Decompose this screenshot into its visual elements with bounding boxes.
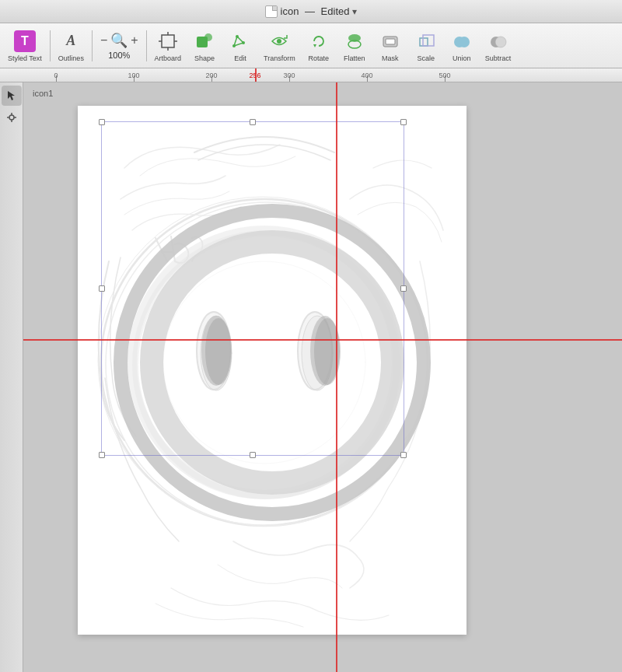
- artboard-label: Artboard: [155, 54, 182, 62]
- union-svg-icon: [451, 30, 473, 52]
- zoom-value-label: 100%: [108, 51, 130, 60]
- ruler-canvas: 0100200256300400500: [56, 68, 622, 82]
- styled-text-tool[interactable]: T Styled Text: [3, 26, 47, 65]
- flatten-label: Flatten: [344, 54, 365, 62]
- toolbar-divider-1: [50, 30, 51, 61]
- flatten-svg-icon: [344, 30, 365, 52]
- svg-point-8: [242, 41, 245, 44]
- zoom-row: − 🔍 +: [100, 32, 138, 49]
- toolbar-divider-2: [92, 30, 93, 61]
- styled-text-icon: T: [13, 30, 37, 53]
- mask-svg-icon: [379, 30, 401, 52]
- scale-label: Scale: [418, 54, 435, 62]
- svg-point-29: [106, 202, 428, 526]
- svg-marker-22: [8, 91, 15, 100]
- svg-point-34: [201, 316, 232, 390]
- ruler-red-line: [255, 68, 257, 82]
- outlines-tool[interactable]: A Outlines: [54, 26, 89, 65]
- main-area: icon1: [0, 82, 622, 672]
- left-toolbar: [0, 82, 23, 672]
- outlines-A: A: [66, 33, 75, 49]
- styled-text-T: T: [14, 30, 36, 52]
- canvas-area[interactable]: icon1: [23, 82, 622, 672]
- ruler-label-400: 400: [361, 72, 372, 79]
- pointer-icon: [6, 90, 17, 101]
- svg-rect-16: [420, 38, 428, 46]
- svg-point-33: [197, 312, 231, 390]
- title-separator: —: [302, 5, 317, 17]
- document-icon: [265, 5, 278, 18]
- sketch-layer: [78, 106, 466, 635]
- title-bar-title: icon — Edited ▾: [265, 5, 358, 18]
- svg-point-10: [277, 39, 281, 44]
- ruler-label-500: 500: [439, 72, 450, 79]
- svg-rect-17: [423, 35, 434, 46]
- title-edited: Edited: [321, 5, 350, 17]
- pen-icon: [6, 112, 17, 123]
- transform-icon: [267, 30, 291, 53]
- svg-point-43: [314, 318, 341, 385]
- outlines-icon: A: [59, 30, 82, 53]
- zoom-plus-button[interactable]: +: [131, 34, 138, 47]
- svg-point-37: [163, 261, 365, 464]
- edit-svg-icon: [229, 30, 251, 52]
- rotate-tool[interactable]: Rotate: [302, 26, 336, 65]
- svg-point-31: [132, 230, 397, 495]
- subtract-icon: [487, 30, 510, 53]
- shape-svg-icon: [194, 30, 215, 52]
- svg-point-32: [135, 233, 397, 496]
- pointer-tool[interactable]: [2, 86, 22, 106]
- ruler-label-200: 200: [205, 72, 217, 79]
- subtract-tool[interactable]: Subtract: [480, 26, 516, 65]
- transform-tool[interactable]: Transform: [259, 26, 300, 65]
- union-icon: [450, 30, 473, 53]
- subtract-label: Subtract: [485, 54, 512, 62]
- union-label: Union: [453, 54, 471, 62]
- flatten-icon: [343, 30, 366, 53]
- rotate-icon: [307, 30, 330, 53]
- svg-point-23: [9, 115, 14, 120]
- union-tool[interactable]: Union: [445, 26, 479, 65]
- artboard-label-text: icon1: [33, 89, 53, 98]
- styled-text-label: Styled Text: [8, 54, 42, 62]
- ruler-label-300: 300: [283, 72, 295, 79]
- svg-rect-15: [386, 39, 395, 44]
- artboard-svg-icon: [157, 30, 179, 52]
- artboard-icon: [156, 30, 180, 53]
- edit-tool[interactable]: Edit: [223, 26, 257, 65]
- svg-rect-0: [162, 35, 174, 47]
- svg-point-38: [121, 211, 424, 514]
- artboard-tool[interactable]: Artboard: [150, 26, 187, 65]
- svg-point-41: [205, 318, 232, 385]
- artboard-surface[interactable]: [78, 106, 466, 635]
- shape-tool[interactable]: Shape: [187, 26, 222, 65]
- title-dropdown-arrow[interactable]: ▾: [352, 6, 357, 17]
- title-bar: icon — Edited ▾: [0, 0, 622, 23]
- svg-point-19: [459, 37, 470, 47]
- ruler-label-0: 0: [54, 72, 58, 79]
- title-text: icon: [281, 5, 299, 17]
- transform-label: Transform: [264, 54, 295, 62]
- zoom-minus-button[interactable]: −: [100, 34, 107, 47]
- toolbar: T Styled Text A Outlines − 🔍 + 100%: [0, 23, 622, 68]
- edit-label: Edit: [234, 54, 246, 62]
- svg-point-40: [201, 316, 231, 386]
- flatten-tool[interactable]: Flatten: [337, 26, 372, 65]
- scale-tool[interactable]: Scale: [409, 26, 443, 65]
- shape-label: Shape: [194, 54, 215, 62]
- zoom-control: − 🔍 + 100%: [96, 26, 143, 65]
- svg-point-42: [310, 316, 340, 386]
- pen-tool[interactable]: [2, 107, 22, 128]
- svg-point-36: [302, 316, 333, 390]
- svg-point-7: [236, 35, 239, 38]
- mask-tool[interactable]: Mask: [373, 26, 407, 65]
- edit-icon: [229, 30, 252, 53]
- toolbar-divider-3: [146, 30, 147, 61]
- rotate-svg-icon: [308, 30, 330, 52]
- outlines-label: Outlines: [58, 54, 84, 62]
- svg-point-30: [98, 197, 428, 525]
- scale-icon: [414, 30, 438, 53]
- svg-point-35: [298, 312, 332, 390]
- svg-point-9: [232, 44, 236, 47]
- scale-svg-icon: [415, 30, 437, 52]
